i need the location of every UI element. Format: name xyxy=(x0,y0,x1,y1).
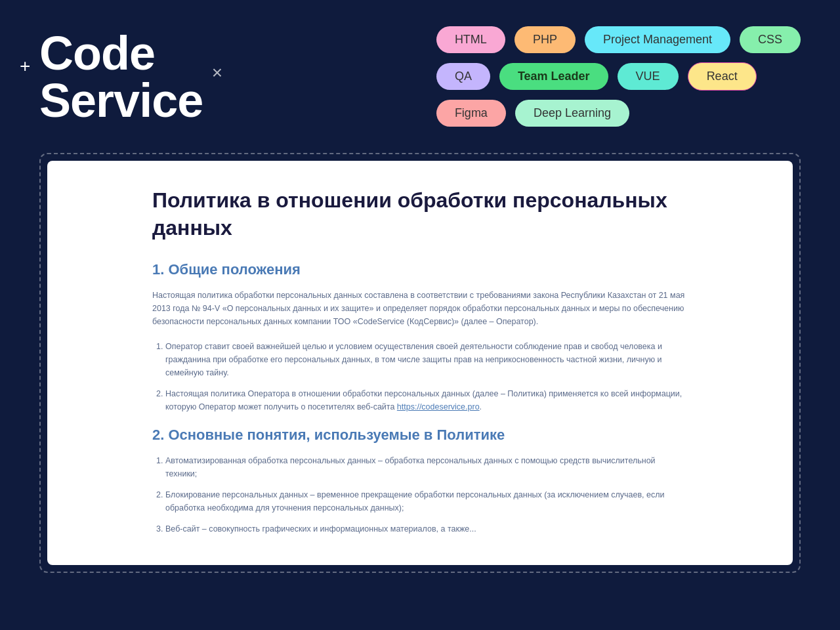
policy-link[interactable]: https://codeservice.pro xyxy=(397,402,480,411)
logo-service: Service xyxy=(39,77,203,124)
section1-list: Оператор ставит своей важнейшей целью и … xyxy=(165,340,688,413)
section1-heading: 1. Общие положения xyxy=(152,261,688,278)
tag-figma[interactable]: Figma xyxy=(436,100,506,127)
tag-qa[interactable]: QA xyxy=(436,63,490,90)
tag-php[interactable]: PHP xyxy=(514,26,576,53)
tag-html[interactable]: HTML xyxy=(436,26,505,53)
section1-intro: Настоящая политика обработки персональны… xyxy=(152,289,688,328)
section2-list: Автоматизированная обработка персональны… xyxy=(165,454,688,536)
list-item: Блокирование персональных данных – време… xyxy=(165,488,688,514)
list-item: Оператор ставит своей важнейшей целью и … xyxy=(165,340,688,379)
content-wrapper: Политика в отношении обработки персональ… xyxy=(39,153,801,573)
logo-plus-right: × xyxy=(212,62,222,83)
logo-text: Code Service xyxy=(39,30,203,124)
list-item-period: . xyxy=(480,402,482,411)
tags-area: HTML PHP Project Management CSS QA Team … xyxy=(436,26,801,127)
list-item: Автоматизированная обработка персональны… xyxy=(165,454,688,480)
list-item: Настоящая политика Оператора в отношении… xyxy=(165,387,688,413)
tags-row-1: HTML PHP Project Management CSS xyxy=(436,26,801,53)
tag-team-leader[interactable]: Team Leader xyxy=(499,63,608,90)
section2-heading: 2. Основные понятия, используемые в Поли… xyxy=(152,427,688,444)
tag-css[interactable]: CSS xyxy=(740,26,801,53)
list-item: Веб-сайт – совокупность графических и ин… xyxy=(165,522,688,536)
tags-row-3: Figma Deep Learning xyxy=(436,100,629,127)
logo: + Code Service × xyxy=(39,30,203,124)
tag-project-management[interactable]: Project Management xyxy=(585,26,730,53)
tag-deep-learning[interactable]: Deep Learning xyxy=(515,100,629,127)
tags-row-2: QA Team Leader VUE React xyxy=(436,62,757,91)
logo-plus-left: + xyxy=(20,56,30,77)
header: + Code Service × HTML PHP Project Manage… xyxy=(0,0,840,146)
policy-title: Политика в отношении обработки персональ… xyxy=(152,187,688,242)
tag-vue[interactable]: VUE xyxy=(618,63,679,90)
tag-react[interactable]: React xyxy=(688,62,757,91)
logo-code: Code xyxy=(39,30,203,77)
content-inner: Политика в отношении обработки персональ… xyxy=(47,161,793,565)
